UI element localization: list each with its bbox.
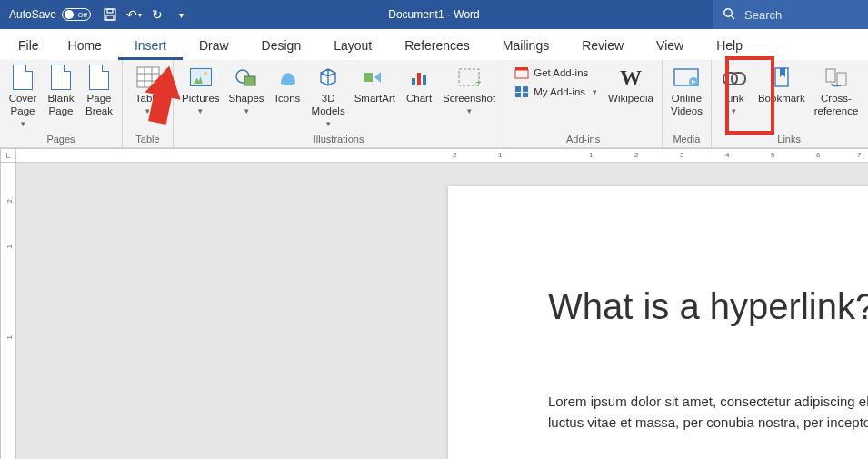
svg-rect-22 <box>515 93 521 97</box>
icons-icon <box>277 64 299 91</box>
svg-rect-21 <box>523 86 528 92</box>
link-icon <box>723 64 746 91</box>
autosave-toggle-group: AutoSave Off <box>0 8 91 21</box>
tab-mailings[interactable]: Mailings <box>486 33 565 60</box>
smartart-button[interactable]: SmartArt <box>351 62 399 105</box>
undo-icon[interactable]: ↶▾ <box>127 8 140 21</box>
tab-view[interactable]: View <box>640 33 700 60</box>
document-title: Document1 - Word <box>388 8 479 21</box>
svg-rect-18 <box>515 70 528 78</box>
shapes-button[interactable]: Shapes <box>225 62 268 116</box>
svg-rect-11 <box>244 76 255 85</box>
tab-review[interactable]: Review <box>565 33 640 60</box>
3d-models-button[interactable]: 3D Models <box>308 62 349 128</box>
wikipedia-button[interactable]: WWikipedia <box>604 62 657 105</box>
get-addins-button[interactable]: Get Add-ins <box>511 64 601 82</box>
svg-rect-13 <box>412 78 415 85</box>
tab-file[interactable]: File <box>5 33 52 60</box>
svg-rect-5 <box>137 67 159 87</box>
tab-help[interactable]: Help <box>700 33 759 60</box>
svg-rect-15 <box>423 75 426 85</box>
document-page[interactable]: What is a hyperlink? Lorem ipsum dolor s… <box>448 186 868 459</box>
page-break-button[interactable]: Page Break <box>81 62 117 118</box>
bookmark-icon <box>773 64 791 91</box>
svg-rect-20 <box>515 86 521 92</box>
chart-button[interactable]: Chart <box>401 62 437 105</box>
tab-insert[interactable]: Insert <box>118 33 183 60</box>
group-label-illustrations: Illustrations <box>314 134 364 146</box>
pictures-icon <box>190 64 212 91</box>
group-media: Online Videos Media <box>663 60 712 147</box>
cover-page-button[interactable]: Cover Page <box>5 62 41 128</box>
search-box[interactable]: Search <box>713 0 868 29</box>
ribbon: Cover Page Blank Page Page Break Pages T… <box>0 60 868 148</box>
online-videos-button[interactable]: Online Videos <box>667 62 706 118</box>
screenshot-button[interactable]: +Screenshot <box>439 62 499 116</box>
group-label-links: Links <box>777 134 801 146</box>
group-label-tables: Table <box>135 134 159 146</box>
autosave-toggle[interactable]: Off <box>62 8 91 21</box>
svg-rect-28 <box>837 73 846 85</box>
document-body-text[interactable]: Lorem ipsum dolor sit amet, consectetur … <box>548 391 868 434</box>
svg-rect-12 <box>364 73 373 82</box>
ruler-corner: L <box>0 148 16 163</box>
table-icon <box>136 64 160 91</box>
table-button[interactable]: Table <box>130 62 166 116</box>
group-label-addins: Add-ins <box>566 134 600 146</box>
svg-rect-19 <box>515 67 528 70</box>
tab-design[interactable]: Design <box>245 33 318 60</box>
document-area: 2 1 1 What is a hyperlink? Lorem ipsum d… <box>0 163 868 459</box>
search-icon <box>723 7 735 23</box>
group-addins: Get Add-ins My Add-ins▾ WWikipedia Add-i… <box>504 60 663 147</box>
svg-rect-1 <box>107 9 113 13</box>
title-bar: AutoSave Off ↶▾ ↻ ▾ Document1 - Word Sea… <box>0 0 868 29</box>
cross-reference-icon <box>824 64 848 91</box>
blank-page-button[interactable]: Blank Page <box>43 62 79 118</box>
svg-text:+: + <box>475 76 481 87</box>
ribbon-tabs: File Home Insert Draw Design Layout Refe… <box>0 29 868 60</box>
page-break-icon <box>89 64 109 91</box>
cover-page-icon <box>13 64 33 91</box>
tab-references[interactable]: References <box>388 33 486 60</box>
svg-rect-14 <box>417 73 421 85</box>
qat-customize-icon[interactable]: ▾ <box>175 8 187 21</box>
horizontal-ruler-row: L 2 1 1 2 3 4 5 6 7 <box>0 148 868 163</box>
vertical-ruler[interactable]: 2 1 1 <box>0 163 16 459</box>
cube-icon <box>317 64 339 91</box>
store-icon <box>514 65 529 80</box>
group-label-pages: Pages <box>46 134 75 146</box>
svg-line-4 <box>731 15 734 19</box>
redo-icon[interactable]: ↻ <box>151 8 164 21</box>
tab-draw[interactable]: Draw <box>183 33 245 60</box>
svg-rect-27 <box>826 69 835 82</box>
group-pages: Cover Page Blank Page Page Break Pages <box>0 60 123 147</box>
group-illustrations: Pictures Shapes Icons 3D Models SmartArt… <box>174 60 504 147</box>
group-tables: Table Table <box>123 60 174 147</box>
svg-rect-2 <box>106 15 114 20</box>
icons-button[interactable]: Icons <box>270 62 306 105</box>
document-heading[interactable]: What is a hyperlink? <box>548 286 868 327</box>
wikipedia-icon: W <box>620 64 642 91</box>
pictures-button[interactable]: Pictures <box>178 62 224 116</box>
group-label-media: Media <box>673 134 700 146</box>
tab-layout[interactable]: Layout <box>317 33 388 60</box>
cross-reference-button[interactable]: Cross- reference <box>811 62 863 118</box>
autosave-label: AutoSave <box>9 8 56 21</box>
autosave-state: Off <box>78 11 88 19</box>
svg-point-3 <box>724 8 732 15</box>
video-icon <box>673 64 699 91</box>
shapes-icon <box>235 64 257 91</box>
save-icon[interactable] <box>104 8 116 21</box>
link-button[interactable]: Link <box>716 62 753 116</box>
page-canvas[interactable]: What is a hyperlink? Lorem ipsum dolor s… <box>16 163 868 459</box>
bookmark-button[interactable]: Bookmark <box>754 62 809 105</box>
smartart-icon <box>363 64 386 91</box>
blank-page-icon <box>51 64 71 91</box>
tab-home[interactable]: Home <box>52 33 118 60</box>
screenshot-icon: + <box>457 64 481 91</box>
my-addins-button[interactable]: My Add-ins▾ <box>511 83 601 101</box>
group-links: Link Bookmark Cross- reference Links <box>712 60 866 147</box>
horizontal-ruler[interactable]: 2 1 1 2 3 4 5 6 7 <box>16 148 868 163</box>
quick-access-toolbar: ↶▾ ↻ ▾ <box>104 8 187 21</box>
addins-icon <box>514 85 529 99</box>
